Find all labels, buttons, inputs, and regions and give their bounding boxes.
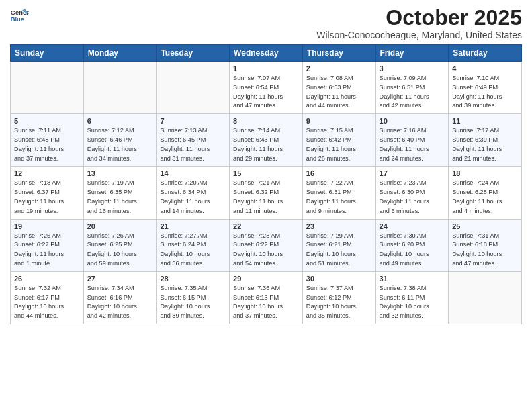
day-number: 30	[306, 275, 372, 283]
calendar-week-1: 1Sunrise: 7:07 AMSunset: 6:54 PMDaylight…	[11, 62, 522, 114]
calendar-cell: 27Sunrise: 7:34 AMSunset: 6:16 PMDayligh…	[83, 271, 157, 324]
col-tuesday: Tuesday	[157, 45, 230, 62]
logo-icon: General Blue	[10, 7, 29, 26]
calendar-cell: 18Sunrise: 7:24 AMSunset: 6:28 PMDayligh…	[449, 167, 522, 219]
day-info: Sunrise: 7:34 AMSunset: 6:16 PMDaylight:…	[87, 284, 153, 321]
day-number: 5	[14, 117, 80, 125]
calendar-cell: 29Sunrise: 7:36 AMSunset: 6:13 PMDayligh…	[230, 271, 303, 324]
day-number: 2	[306, 64, 372, 73]
calendar-cell: 16Sunrise: 7:22 AMSunset: 6:31 PMDayligh…	[302, 167, 375, 219]
location-title: Wilson-Conococheague, Maryland, United S…	[316, 30, 522, 40]
day-number: 13	[87, 169, 153, 177]
calendar-week-4: 19Sunrise: 7:25 AMSunset: 6:27 PMDayligh…	[11, 219, 522, 271]
calendar-cell: 20Sunrise: 7:26 AMSunset: 6:25 PMDayligh…	[83, 219, 157, 271]
calendar-cell: 6Sunrise: 7:12 AMSunset: 6:46 PMDaylight…	[83, 114, 157, 167]
page: General Blue October 2025 Wilson-Conococ…	[0, 0, 532, 334]
col-monday: Monday	[83, 45, 157, 62]
calendar-week-2: 5Sunrise: 7:11 AMSunset: 6:48 PMDaylight…	[11, 114, 522, 167]
day-info: Sunrise: 7:11 AMSunset: 6:48 PMDaylight:…	[14, 126, 80, 163]
calendar-cell: 3Sunrise: 7:09 AMSunset: 6:51 PMDaylight…	[375, 62, 449, 114]
calendar-cell: 31Sunrise: 7:38 AMSunset: 6:11 PMDayligh…	[375, 271, 449, 324]
day-info: Sunrise: 7:31 AMSunset: 6:18 PMDaylight:…	[452, 232, 518, 269]
day-info: Sunrise: 7:18 AMSunset: 6:37 PMDaylight:…	[14, 179, 80, 216]
day-info: Sunrise: 7:19 AMSunset: 6:35 PMDaylight:…	[87, 179, 153, 216]
col-wednesday: Wednesday	[230, 45, 303, 62]
calendar-cell	[11, 62, 84, 114]
col-thursday: Thursday	[302, 45, 375, 62]
col-friday: Friday	[375, 45, 449, 62]
col-sunday: Sunday	[11, 45, 84, 62]
logo: General Blue	[10, 7, 29, 26]
day-number: 15	[233, 169, 299, 177]
day-number: 29	[233, 275, 299, 283]
day-number: 18	[452, 169, 518, 177]
calendar-cell: 28Sunrise: 7:35 AMSunset: 6:15 PMDayligh…	[157, 271, 230, 324]
calendar-cell: 22Sunrise: 7:28 AMSunset: 6:22 PMDayligh…	[230, 219, 303, 271]
day-info: Sunrise: 7:32 AMSunset: 6:17 PMDaylight:…	[14, 284, 80, 321]
calendar-cell: 15Sunrise: 7:21 AMSunset: 6:32 PMDayligh…	[230, 167, 303, 219]
day-number: 10	[380, 117, 445, 125]
calendar-cell: 25Sunrise: 7:31 AMSunset: 6:18 PMDayligh…	[449, 219, 522, 271]
day-number: 24	[380, 222, 445, 230]
calendar-cell: 11Sunrise: 7:17 AMSunset: 6:39 PMDayligh…	[449, 114, 522, 167]
day-number: 6	[87, 117, 153, 125]
day-info: Sunrise: 7:25 AMSunset: 6:27 PMDaylight:…	[14, 232, 80, 269]
day-info: Sunrise: 7:37 AMSunset: 6:12 PMDaylight:…	[306, 284, 372, 321]
calendar-cell: 26Sunrise: 7:32 AMSunset: 6:17 PMDayligh…	[11, 271, 84, 324]
day-info: Sunrise: 7:38 AMSunset: 6:11 PMDaylight:…	[380, 284, 445, 321]
day-info: Sunrise: 7:10 AMSunset: 6:49 PMDaylight:…	[452, 74, 518, 111]
day-info: Sunrise: 7:35 AMSunset: 6:15 PMDaylight:…	[160, 284, 226, 321]
calendar-cell: 4Sunrise: 7:10 AMSunset: 6:49 PMDaylight…	[449, 62, 522, 114]
calendar-cell	[449, 271, 522, 324]
calendar-cell: 12Sunrise: 7:18 AMSunset: 6:37 PMDayligh…	[11, 167, 84, 219]
calendar-cell: 7Sunrise: 7:13 AMSunset: 6:45 PMDaylight…	[157, 114, 230, 167]
day-number: 31	[380, 275, 445, 283]
day-number: 22	[233, 222, 299, 230]
day-info: Sunrise: 7:09 AMSunset: 6:51 PMDaylight:…	[380, 74, 445, 111]
day-number: 16	[306, 169, 372, 177]
calendar-cell	[157, 62, 230, 114]
calendar-header-row: Sunday Monday Tuesday Wednesday Thursday…	[11, 45, 522, 62]
calendar-cell: 13Sunrise: 7:19 AMSunset: 6:35 PMDayligh…	[83, 167, 157, 219]
day-info: Sunrise: 7:16 AMSunset: 6:40 PMDaylight:…	[380, 126, 445, 163]
day-info: Sunrise: 7:27 AMSunset: 6:24 PMDaylight:…	[160, 232, 226, 269]
day-number: 21	[160, 222, 226, 230]
calendar-table: Sunday Monday Tuesday Wednesday Thursday…	[10, 44, 522, 324]
day-info: Sunrise: 7:21 AMSunset: 6:32 PMDaylight:…	[233, 179, 299, 216]
calendar-week-3: 12Sunrise: 7:18 AMSunset: 6:37 PMDayligh…	[11, 167, 522, 219]
day-info: Sunrise: 7:36 AMSunset: 6:13 PMDaylight:…	[233, 284, 299, 321]
day-info: Sunrise: 7:15 AMSunset: 6:42 PMDaylight:…	[306, 126, 372, 163]
day-number: 9	[306, 117, 372, 125]
day-info: Sunrise: 7:23 AMSunset: 6:30 PMDaylight:…	[380, 179, 445, 216]
calendar-cell: 5Sunrise: 7:11 AMSunset: 6:48 PMDaylight…	[11, 114, 84, 167]
day-info: Sunrise: 7:24 AMSunset: 6:28 PMDaylight:…	[452, 179, 518, 216]
day-number: 19	[14, 222, 80, 230]
day-info: Sunrise: 7:20 AMSunset: 6:34 PMDaylight:…	[160, 179, 226, 216]
day-number: 3	[380, 64, 445, 73]
day-number: 25	[452, 222, 518, 230]
calendar-cell: 9Sunrise: 7:15 AMSunset: 6:42 PMDaylight…	[302, 114, 375, 167]
calendar-cell	[83, 62, 157, 114]
day-info: Sunrise: 7:28 AMSunset: 6:22 PMDaylight:…	[233, 232, 299, 269]
col-saturday: Saturday	[449, 45, 522, 62]
day-number: 14	[160, 169, 226, 177]
day-number: 23	[306, 222, 372, 230]
month-title: October 2025	[316, 7, 522, 28]
day-number: 17	[380, 169, 445, 177]
day-info: Sunrise: 7:17 AMSunset: 6:39 PMDaylight:…	[452, 126, 518, 163]
day-number: 7	[160, 117, 226, 125]
day-info: Sunrise: 7:30 AMSunset: 6:20 PMDaylight:…	[380, 232, 445, 269]
calendar-cell: 23Sunrise: 7:29 AMSunset: 6:21 PMDayligh…	[302, 219, 375, 271]
calendar-cell: 21Sunrise: 7:27 AMSunset: 6:24 PMDayligh…	[157, 219, 230, 271]
day-info: Sunrise: 7:08 AMSunset: 6:53 PMDaylight:…	[306, 74, 372, 111]
calendar-cell: 1Sunrise: 7:07 AMSunset: 6:54 PMDaylight…	[230, 62, 303, 114]
day-number: 4	[452, 64, 518, 73]
day-number: 1	[233, 64, 299, 73]
day-number: 27	[87, 275, 153, 283]
calendar-cell: 19Sunrise: 7:25 AMSunset: 6:27 PMDayligh…	[11, 219, 84, 271]
day-info: Sunrise: 7:22 AMSunset: 6:31 PMDaylight:…	[306, 179, 372, 216]
calendar-cell: 8Sunrise: 7:14 AMSunset: 6:43 PMDaylight…	[230, 114, 303, 167]
calendar-cell: 17Sunrise: 7:23 AMSunset: 6:30 PMDayligh…	[375, 167, 449, 219]
day-info: Sunrise: 7:13 AMSunset: 6:45 PMDaylight:…	[160, 126, 226, 163]
day-number: 8	[233, 117, 299, 125]
